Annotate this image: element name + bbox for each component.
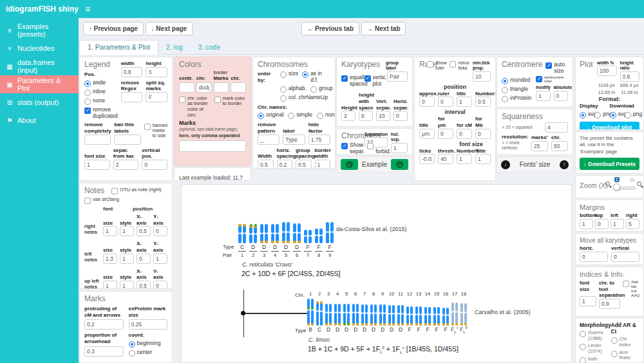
radio[interactable] — [580, 331, 586, 337]
cen-triangle-option[interactable]: triangle — [502, 86, 533, 93]
show-ruler-checkbox[interactable]: Show ruler — [427, 60, 447, 71]
checkbox[interactable] — [111, 188, 118, 194]
radio[interactable] — [129, 341, 135, 348]
checkbox[interactable] — [341, 75, 348, 82]
morph-both-option[interactable]: both — [580, 357, 609, 363]
field-input[interactable] — [120, 281, 134, 289]
order-chrnameup-option[interactable]: col. chrNameUp — [280, 95, 330, 102]
radio[interactable] — [84, 98, 91, 105]
radio[interactable] — [580, 112, 586, 118]
morph-guerra-option[interactable]: Guerra (1986) — [580, 330, 609, 341]
field-input[interactable] — [315, 160, 331, 169]
radio[interactable] — [310, 86, 317, 93]
field-input[interactable] — [103, 281, 117, 289]
field-input[interactable] — [258, 160, 274, 169]
checkbox[interactable] — [450, 61, 456, 68]
zoom-out-icon[interactable] — [605, 182, 610, 186]
field-input[interactable] — [473, 71, 491, 82]
sidebar-item-about[interactable]: ⚑About — [0, 111, 79, 129]
marks-border-color-input[interactable] — [214, 82, 229, 93]
radio[interactable] — [280, 71, 287, 78]
chromosome-color-input[interactable] — [196, 82, 212, 93]
display-svg-option[interactable]: svg — [580, 111, 594, 118]
chr-color-as-border-checkbox[interactable]: chr. color as border color of cen. — [179, 96, 211, 118]
field-input[interactable] — [580, 296, 596, 306]
field-input[interactable] — [153, 254, 167, 264]
auto-size-checkbox[interactable]: auto. size — [545, 62, 568, 75]
field-input[interactable] — [438, 129, 453, 139]
field-input[interactable] — [153, 226, 167, 236]
field-input[interactable] — [475, 154, 491, 164]
field-input[interactable] — [457, 129, 472, 139]
radio[interactable] — [280, 95, 287, 102]
field-input[interactable] — [308, 135, 330, 145]
tab-log[interactable]: 2. log — [158, 41, 191, 54]
order-as-in-df-option[interactable]: as in d.f. — [302, 71, 330, 84]
field-input[interactable] — [121, 67, 143, 77]
next-page-button[interactable]: ↓Next page — [146, 22, 193, 35]
order-alphab-option[interactable]: alphab. — [280, 86, 307, 93]
checkbox[interactable] — [427, 61, 433, 68]
legend-pos-aside-option[interactable]: aside — [84, 80, 118, 87]
equally-spaced-checkbox[interactable]: equally spaced — [341, 75, 361, 88]
hamburger-icon[interactable]: ≡ — [85, 3, 90, 15]
minor-ticks-checkbox[interactable]: minor ticks — [450, 60, 469, 71]
field-input[interactable] — [457, 97, 472, 107]
sidebar-item-dataframes[interactable]: ▦data.frames (input) — [0, 57, 79, 75]
radio[interactable] — [280, 86, 287, 93]
add-kar-ind-checkbox[interactable]: Add kar. ind. A/A2 — [623, 280, 639, 298]
field-input[interactable] — [620, 71, 640, 82]
field-input[interactable] — [551, 141, 568, 151]
radio[interactable] — [502, 96, 508, 102]
sidebar-item-stats[interactable]: ⊞stats (output) — [0, 93, 79, 111]
coord-center-option[interactable]: center — [129, 349, 168, 357]
show-separ-checkbox[interactable]: Show separ. — [341, 142, 365, 155]
field-input[interactable] — [419, 97, 435, 107]
field-input[interactable] — [599, 299, 620, 309]
radio[interactable] — [84, 89, 91, 96]
increase-fonts-button[interactable]: ↑ — [560, 160, 569, 169]
download-presets-button[interactable]: ↓Download Presets — [580, 158, 639, 170]
names-simple-option[interactable]: simple — [288, 112, 312, 119]
field-input[interactable] — [419, 129, 435, 139]
checkbox[interactable] — [179, 97, 185, 103]
radio[interactable] — [84, 80, 91, 87]
radio[interactable] — [502, 87, 508, 93]
radio[interactable] — [302, 71, 308, 78]
field-input[interactable] — [137, 254, 151, 264]
checkbox[interactable] — [214, 97, 221, 103]
field-input[interactable] — [391, 143, 408, 153]
sidebar-item-examples[interactable]: ≡Examples (presets) — [0, 21, 79, 39]
previous-example-button[interactable]: ← — [341, 159, 358, 170]
field-input[interactable] — [531, 141, 548, 151]
banned-marks-side-checkbox[interactable]: banned marks to side — [144, 123, 167, 138]
field-input[interactable] — [438, 154, 453, 164]
radio[interactable] — [611, 351, 618, 357]
field-input[interactable] — [597, 66, 617, 76]
download-plot-button[interactable]: ↓Download plot — [580, 122, 639, 130]
decrease-fonts-button[interactable]: ↓ — [501, 160, 510, 169]
group-label-input[interactable] — [387, 71, 408, 82]
tab-code[interactable]: 3. code — [191, 41, 228, 54]
field-input[interactable] — [129, 319, 168, 330]
field-input[interactable] — [457, 154, 472, 164]
radio[interactable] — [625, 112, 631, 118]
field-input[interactable] — [580, 252, 608, 262]
field-input[interactable] — [114, 135, 140, 145]
previous-page-button[interactable]: ↑Previous page — [83, 22, 144, 35]
field-input[interactable] — [84, 346, 124, 357]
legend-pos-none-option[interactable]: none — [84, 98, 118, 105]
remove-duplicated-checkbox[interactable]: remove duplicated — [84, 107, 118, 120]
mark-color-to-border-checkbox[interactable]: mark color to border — [214, 96, 247, 107]
checkbox[interactable] — [545, 62, 552, 69]
checkbox[interactable] — [367, 143, 374, 149]
field-input[interactable] — [475, 97, 491, 107]
field-input[interactable] — [146, 67, 167, 77]
names-none-option[interactable]: none — [317, 112, 336, 119]
field-input[interactable] — [554, 91, 569, 101]
radio[interactable] — [611, 337, 618, 344]
coord-beginning-option[interactable]: beginning — [129, 340, 168, 348]
checkbox[interactable] — [341, 143, 348, 149]
radio[interactable] — [594, 112, 601, 118]
field-input[interactable] — [611, 219, 624, 229]
